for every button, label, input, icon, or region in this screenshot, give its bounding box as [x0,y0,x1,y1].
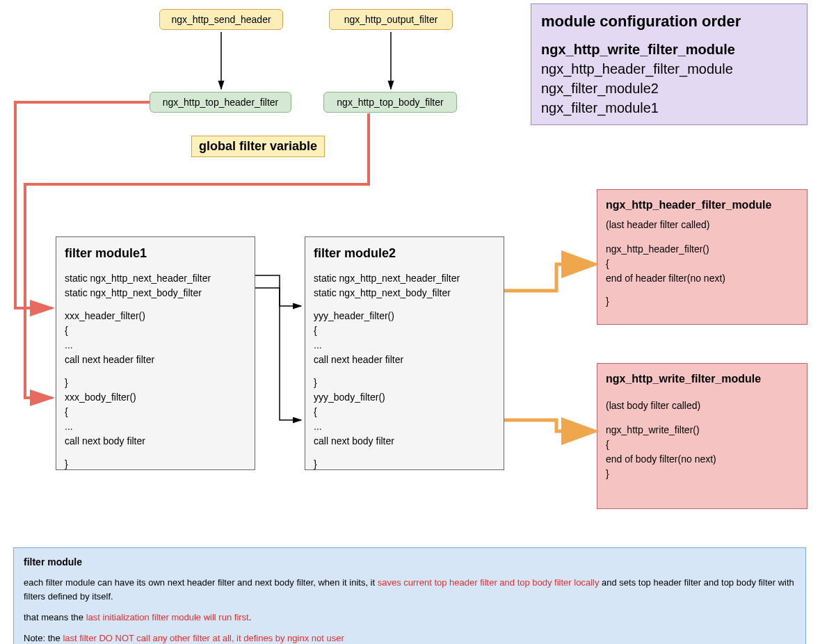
module1-title: filter module1 [65,244,246,263]
module2-l7: } [314,376,495,390]
module2-title: filter module2 [314,244,495,263]
footer-p1: each filter module can have its own next… [24,576,796,604]
module2-l6: call next header filter [314,353,495,367]
module1-l12: } [65,457,246,472]
header-module-l2: { [606,257,798,271]
send-header-box: ngx_http_send_header [159,9,283,30]
module1-l5: ... [65,338,246,353]
module2-l12: } [314,457,495,472]
config-order-box: module configuration order ngx_http_writ… [531,3,807,125]
footer-p3b: last filter DO NOT call any other filter… [63,633,344,643]
module2-l11: call next body filter [314,434,495,449]
filter-module2-box: filter module2 static ngx_http_next_head… [305,236,504,470]
header-module-sub: (last header filter called) [606,218,798,232]
module1-l8: xxx_body_filter() [65,390,246,405]
module1-l4: { [65,323,246,338]
module2-l1: static ngx_http_next_header_filter [314,271,495,286]
top-body-filter-box: ngx_http_top_body_filter [323,92,457,113]
module2-l10: ... [314,419,495,434]
write-module-l4: } [606,467,798,481]
write-module-sub: (last body filter called) [606,399,798,413]
write-module-l1: ngx_http_write_filter() [606,423,798,437]
footer-p2b: last initialization filter module will r… [86,612,249,622]
footer-p2c: . [249,612,252,622]
write-module-l2: { [606,437,798,452]
module2-l2: static ngx_http_next_body_filter [314,286,495,300]
config-title: module configuration order [541,11,797,33]
footer-note-box: filter module each filter module can hav… [13,547,806,644]
write-module-title: ngx_http_write_filter_module [606,371,798,387]
module2-l3: yyy_header_filter() [314,309,495,323]
footer-p3: Note: the last filter DO NOT call any ot… [24,631,796,644]
module1-l3: xxx_header_filter() [65,309,246,323]
module2-l4: { [314,323,495,338]
module1-l2: static ngx_http_next_body_filter [65,286,246,300]
module1-l11: call next body filter [65,434,246,449]
write-filter-module-box: ngx_http_write_filter_module (last body … [597,363,807,509]
config-line3: ngx_filter_module2 [541,79,797,98]
header-filter-module-box: ngx_http_header_filter_module (last head… [597,189,807,325]
top-header-filter-box: ngx_http_top_header_filter [150,92,291,113]
module2-l8: yyy_body_filter() [314,390,495,405]
header-module-l3: end of header filter(no next) [606,271,798,286]
footer-p2a: that means the [24,612,86,622]
footer-p1b: saves current top header filter and top … [378,577,600,588]
footer-p3a: Note: the [24,633,63,643]
filter-module1-box: filter module1 static ngx_http_next_head… [56,236,255,470]
header-module-l1: ngx_http_header_filter() [606,242,798,257]
footer-p1a: each filter module can have its own next… [24,577,378,588]
module1-l6: call next header filter [65,353,246,367]
config-line1: ngx_http_write_filter_module [541,40,797,59]
output-filter-box: ngx_http_output_filter [329,9,453,30]
module1-l1: static ngx_http_next_header_filter [65,271,246,286]
header-module-l4: } [606,294,798,309]
write-module-l3: end of body filter(no next) [606,452,798,467]
global-filter-label: global filter variable [191,136,325,157]
module2-l9: { [314,405,495,419]
header-module-title: ngx_http_header_filter_module [606,197,798,214]
footer-title: filter module [24,555,796,570]
module1-l7: } [65,376,246,390]
config-line4: ngx_filter_module1 [541,98,797,118]
footer-p2: that means the last initialization filte… [24,611,796,625]
config-line2: ngx_http_header_filter_module [541,59,797,79]
module2-l5: ... [314,338,495,353]
module1-l9: { [65,405,246,419]
module1-l10: ... [65,419,246,434]
